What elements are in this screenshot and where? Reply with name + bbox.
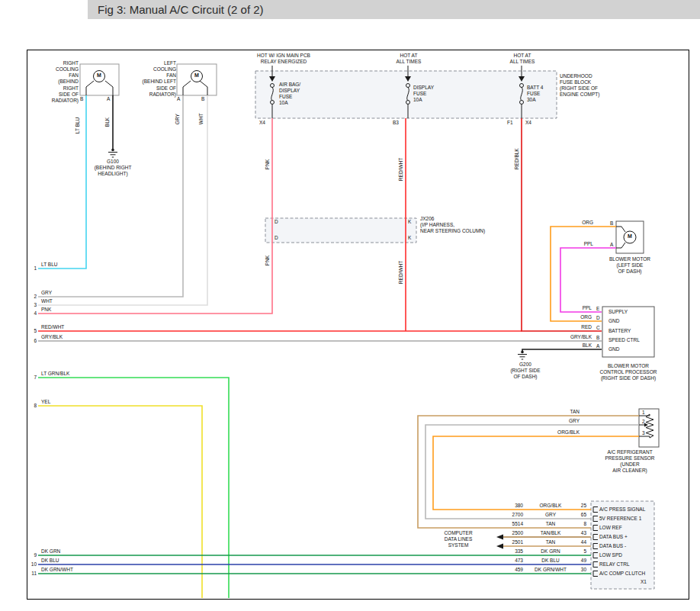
wire-label-gry-blk-proc: GRY/BLK bbox=[564, 334, 592, 340]
conn-row-pin: 30 bbox=[574, 567, 586, 573]
wire-label-pnk-top: PNK bbox=[265, 159, 271, 169]
conn-row-label: LOW SPD bbox=[599, 552, 622, 558]
sensor-label: A/C REFRIGERANT PRESSURE SENSOR (UNDER A… bbox=[593, 449, 666, 474]
row-label-9: DK GRN bbox=[41, 548, 60, 555]
conn-row-num: 380 bbox=[500, 503, 523, 509]
conn-row-num: 459 bbox=[500, 567, 523, 573]
conn-row-pin: 65 bbox=[574, 512, 586, 518]
conn-row-color: GRY bbox=[529, 512, 572, 518]
blower-pin-b: B bbox=[610, 220, 613, 227]
row-label-2: GRY bbox=[41, 290, 52, 296]
row-label-4: PNK bbox=[41, 307, 51, 313]
fuse1-label: AIR BAG/ DISPLAY FUSE 10A bbox=[279, 82, 300, 107]
jx206-pin-d-bottom: D bbox=[275, 235, 278, 241]
processor-fn-supply: SUPPLY bbox=[608, 309, 628, 315]
blower-motor-label: BLOWER MOTOR (LEFT SIDE OF DASH) bbox=[601, 256, 659, 275]
conn-row-color: TAN/BLK bbox=[529, 530, 572, 536]
row-num-6: 6 bbox=[29, 338, 37, 344]
row-label-7: LT GRN/BLK bbox=[41, 371, 69, 377]
processor-pin-a: A bbox=[596, 343, 599, 349]
processor-label: BLOWER MOTOR CONTROL PROCESSOR (RIGHT SI… bbox=[589, 363, 668, 381]
conn-row-label: 5V REFERENCE 1 bbox=[599, 516, 641, 522]
fuse-pin-f1: F1 bbox=[507, 120, 513, 126]
hot-ign-label: HOT W/ IGN MAIN PCB RELAY ENERGIZED bbox=[244, 53, 323, 65]
wire-label-gry: GRY bbox=[175, 114, 181, 124]
left-fan-pin-a: A bbox=[177, 96, 180, 102]
g100-label: G100 (BEHIND RIGHT HEADLIGHT) bbox=[86, 159, 140, 177]
wire-label-org-blk: ORG/BLK bbox=[546, 429, 580, 436]
processor-fn-speed-ctrl: SPEED CTRL bbox=[608, 337, 640, 343]
conn-row-color: DK GRN bbox=[529, 548, 572, 555]
conn-row-color: TAN bbox=[529, 539, 572, 545]
conn-row-num: 2500 bbox=[500, 530, 523, 536]
wire-label-pnk-bottom: PNK bbox=[265, 256, 271, 265]
right-fan-pin-a: A bbox=[107, 96, 110, 102]
sensor-pin-3: 3 bbox=[642, 430, 645, 436]
conn-row-label: RELAY CTRL bbox=[599, 561, 630, 568]
row-num-7: 7 bbox=[29, 375, 37, 381]
jx206-pin-k-bottom: K bbox=[408, 235, 411, 241]
conn-row-num: 5514 bbox=[500, 521, 523, 527]
row-label-5: RED/WHT bbox=[41, 324, 64, 330]
processor-fn-gnd2: GND bbox=[608, 346, 619, 352]
fuse-pin-x4a: X4 bbox=[259, 120, 265, 126]
diagram-canvas: RIGHT COOLING FAN (BEHIND RIGHT SIDE OF … bbox=[0, 0, 700, 611]
row-num-8: 8 bbox=[29, 403, 37, 409]
wire-label-blk: BLK bbox=[104, 117, 111, 127]
wire-label-org-top: ORG bbox=[566, 220, 593, 226]
conn-row-label: A/C PRESS SIGNAL bbox=[599, 506, 645, 513]
wire-label-ppl-top: PPL bbox=[566, 241, 593, 247]
row-num-10: 10 bbox=[27, 561, 37, 568]
conn-row-num: 2700 bbox=[500, 512, 523, 518]
jx206-box bbox=[265, 218, 416, 243]
wire-label-red-proc: RED bbox=[564, 324, 592, 330]
conn-row-pin: 49 bbox=[574, 558, 586, 564]
row-label-6: GRY/BLK bbox=[41, 334, 63, 340]
wiring-diagram-page: Fig 3: Manual A/C Circuit (2 of 2) bbox=[0, 0, 700, 611]
fuse-pin-b3: B3 bbox=[393, 120, 399, 126]
row-label-11: DK GRN/WHT bbox=[41, 567, 73, 573]
underhood-fuse-block-label: UNDERHOOD FUSE BLOCK (RIGHT SIDE OF ENGI… bbox=[560, 73, 599, 98]
conn-row-color: ORG/BLK bbox=[529, 503, 572, 509]
wire-label-red-wht-top: RED/WHT bbox=[398, 158, 404, 181]
hot-all-times-label-2: HOT AT ALL TIMES bbox=[499, 53, 546, 65]
left-fan-motor-m: M bbox=[193, 72, 201, 79]
conn-row-color: DK GRN/WHT bbox=[529, 567, 572, 573]
wire-label-blk-proc: BLK bbox=[564, 342, 592, 349]
conn-row-pin: 44 bbox=[574, 539, 586, 545]
row-label-3: WHT bbox=[41, 298, 53, 304]
row-num-5: 5 bbox=[29, 328, 37, 334]
wire-label-red-blk: RED/BLK bbox=[514, 148, 520, 169]
processor-pin-c: C bbox=[596, 325, 600, 331]
wire-label-org-proc: ORG bbox=[564, 314, 592, 320]
conn-row-color: DK BLU bbox=[529, 558, 572, 564]
conn-row-num: 335 bbox=[500, 548, 523, 555]
hot-all-times-label-1: HOT AT ALL TIMES bbox=[385, 53, 432, 65]
conn-row-label: LOW REF bbox=[599, 525, 622, 531]
row-label-1: LT BLU bbox=[41, 262, 57, 268]
left-fan-pin-b: B bbox=[201, 96, 204, 102]
sensor-pin-1: 1 bbox=[642, 410, 645, 416]
wire-label-wht: WHT bbox=[198, 113, 204, 124]
processor-pin-d: D bbox=[596, 315, 600, 321]
conn-row-pin: 43 bbox=[574, 530, 586, 536]
wire-label-tan: TAN bbox=[552, 409, 580, 415]
conn-row-color: TAN bbox=[529, 521, 572, 527]
row-num-9: 9 bbox=[29, 552, 37, 558]
right-fan-pin-b: B bbox=[80, 96, 83, 102]
jx206-pin-d-top: D bbox=[275, 219, 278, 225]
blower-motor-m: M bbox=[626, 233, 634, 240]
row-label-8: YEL bbox=[41, 399, 50, 405]
processor-fn-battery: BATTERY bbox=[608, 328, 631, 334]
g200-label: G200 (RIGHT SIDE OF DASH) bbox=[502, 362, 549, 380]
conn-row-num: 473 bbox=[500, 558, 523, 564]
row-num-2: 2 bbox=[29, 294, 37, 300]
conn-row-label: A/C COMP CLUTCH bbox=[599, 571, 645, 577]
wire-label-gry-sensor: GRY bbox=[552, 418, 580, 424]
row-num-4: 4 bbox=[29, 310, 37, 317]
processor-pin-e: E bbox=[596, 306, 599, 312]
row-num-1: 1 bbox=[29, 265, 37, 272]
processor-fn-gnd1: GND bbox=[608, 318, 619, 324]
right-fan-motor-m: M bbox=[95, 72, 103, 79]
conn-row-pin: 5 bbox=[574, 548, 586, 555]
